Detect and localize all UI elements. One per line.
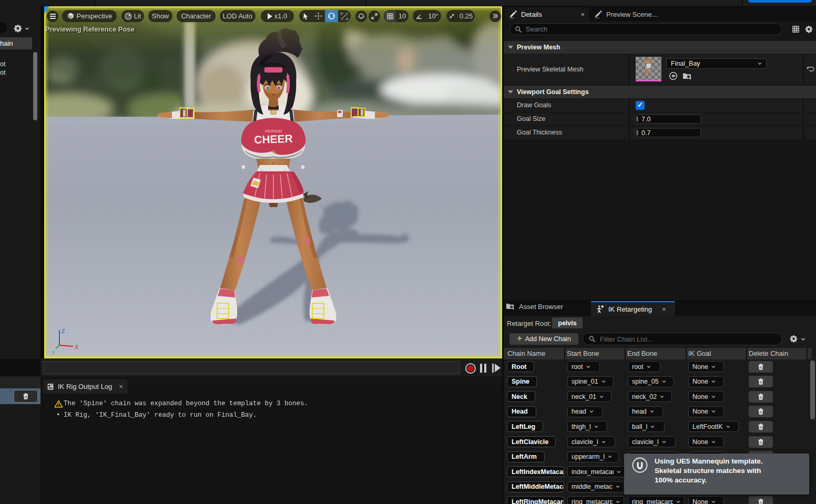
svg-text:REWIND: REWIND [265, 129, 282, 133]
svg-text:CHEER: CHEER [254, 132, 293, 146]
svg-text:y: y [53, 349, 55, 354]
svg-text:Z: Z [62, 328, 65, 334]
svg-text:X: X [75, 344, 79, 350]
